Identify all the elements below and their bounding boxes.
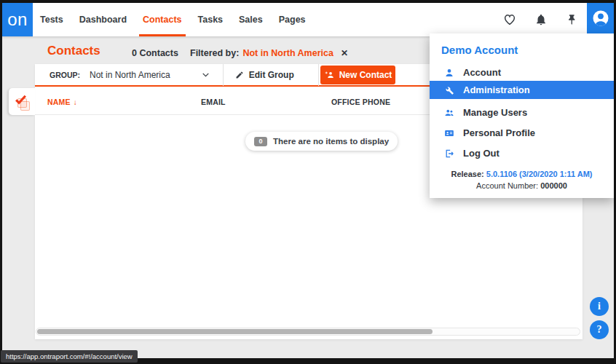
chevron-down-icon — [201, 70, 210, 79]
main-nav: Tests Dashboard Contacts Tasks Sales Pag… — [32, 3, 314, 36]
help-button[interactable]: ? — [590, 320, 609, 339]
group-selected-value: Not in North America — [90, 70, 170, 80]
pencil-icon — [235, 71, 244, 79]
clear-filter-icon[interactable]: ✕ — [341, 48, 348, 58]
account-number-info: Account Number: 000000 — [430, 181, 614, 190]
menu-item-personal-profile[interactable]: Personal Profile — [430, 124, 614, 142]
ontraport-logo[interactable]: on — [2, 3, 33, 36]
account-avatar-button[interactable] — [587, 3, 614, 33]
edit-group-label: Edit Group — [249, 70, 294, 80]
scrollbar-thumb[interactable] — [37, 329, 433, 334]
release-info: Release: 5.0.1106 (3/20/2020 1:11 AM) — [430, 170, 614, 178]
nav-item-dashboard[interactable]: Dashboard — [71, 3, 135, 36]
horizontal-scrollbar[interactable] — [36, 328, 580, 336]
zero-count-badge: 0 — [254, 137, 267, 146]
menu-item-label: Personal Profile — [463, 127, 535, 138]
menu-item-label: Log Out — [463, 148, 499, 159]
edit-group-button[interactable]: Edit Group — [224, 64, 306, 86]
status-bar-url: https://app.ontraport.com/#!/account/vie… — [1, 350, 138, 363]
nav-item-tasks[interactable]: Tasks — [190, 3, 232, 36]
filtered-by-label: Filtered by: — [190, 48, 239, 58]
favorites-heart-icon[interactable] — [503, 13, 516, 26]
account-number-label: Account Number: — [476, 181, 538, 190]
info-button[interactable]: i — [590, 297, 609, 316]
nav-item-tests[interactable]: Tests — [32, 3, 71, 36]
menu-item-label: Account — [463, 67, 501, 78]
menu-item-account[interactable]: Account — [430, 63, 614, 82]
filter-bar: Filtered by: Not in North America ✕ — [190, 48, 348, 58]
checkmark-icon — [14, 92, 28, 106]
user-icon — [444, 68, 454, 78]
filter-value-link[interactable]: Not in North America — [242, 48, 333, 58]
new-contact-label: New Contact — [339, 70, 392, 80]
nav-item-contacts[interactable]: Contacts — [135, 3, 189, 36]
empty-state-message: 0 There are no items to display — [245, 132, 398, 151]
name-column-label: NAME — [47, 98, 71, 106]
column-header-name[interactable]: NAME↓ — [47, 98, 77, 106]
group-label: GROUP: — [50, 71, 80, 79]
nav-item-pages[interactable]: Pages — [271, 3, 314, 36]
empty-state-text: There are no items to display — [273, 137, 389, 146]
users-icon — [444, 108, 454, 118]
top-nav-bar: on Tests Dashboard Contacts Tasks Sales … — [2, 3, 614, 36]
new-contact-button[interactable]: New Contact — [320, 66, 395, 84]
select-all-checkbox[interactable] — [9, 88, 35, 115]
nav-item-sales[interactable]: Sales — [231, 3, 271, 36]
wrench-icon — [444, 85, 454, 95]
account-dropdown-menu: Demo Account Account Administration Mana… — [430, 33, 614, 198]
notifications-bell-icon[interactable] — [534, 13, 548, 26]
menu-item-manage-users[interactable]: Manage Users — [430, 103, 614, 122]
group-select-dropdown[interactable]: Not in North America — [80, 70, 210, 80]
pin-icon[interactable] — [566, 13, 579, 26]
avatar-user-icon — [592, 9, 609, 27]
id-card-icon — [444, 128, 454, 138]
release-label: Release: — [451, 170, 483, 178]
release-value[interactable]: 5.0.1106 (3/20/2020 1:11 AM) — [486, 170, 593, 178]
nav-icon-group — [503, 3, 579, 36]
column-header-email[interactable]: EMAIL — [201, 98, 226, 106]
menu-item-log-out[interactable]: Log Out — [430, 144, 614, 162]
app-window: on Tests Dashboard Contacts Tasks Sales … — [2, 3, 614, 358]
sort-descending-icon: ↓ — [74, 98, 77, 106]
menu-item-administration[interactable]: Administration — [430, 81, 614, 99]
menu-item-label: Manage Users — [463, 107, 527, 118]
add-contact-icon — [324, 70, 334, 80]
contact-count: 0 Contacts — [132, 48, 178, 58]
page-title: Contacts — [47, 44, 100, 58]
menu-item-label: Administration — [463, 84, 530, 95]
column-header-office-phone[interactable]: OFFICE PHONE — [331, 98, 390, 106]
logout-icon — [444, 149, 454, 159]
account-menu-title: Demo Account — [441, 44, 518, 56]
account-number-value: 000000 — [540, 181, 567, 190]
